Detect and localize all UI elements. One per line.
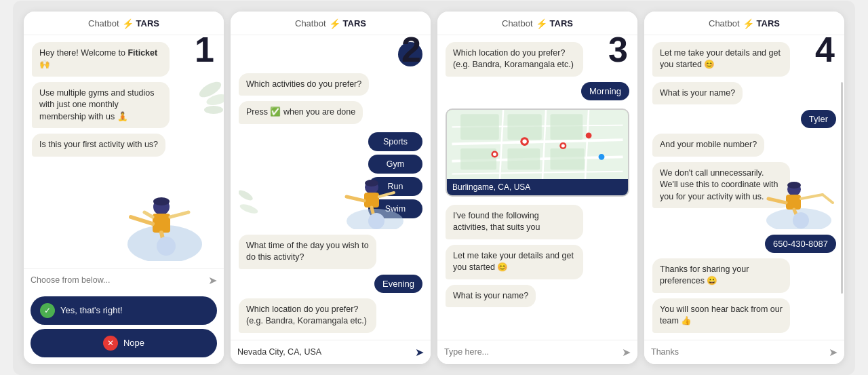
scrollbar: [841, 82, 843, 294]
brand-label-2: TARS: [343, 18, 366, 28]
bolt-icon: ⚡: [122, 18, 134, 29]
bubble-thanks-prefs: Thanks for sharing your preferences 😀: [652, 258, 790, 293]
chatbot-label-2: Chatbot: [295, 18, 326, 28]
panel-4-send-button[interactable]: ➤: [829, 346, 837, 359]
panel-3-send-button[interactable]: ➤: [622, 346, 631, 359]
bubble-activities: Which activities do you prefer?: [239, 73, 369, 96]
no-button[interactable]: ✕ Nope: [31, 329, 217, 357]
figure-illustration-1: [111, 186, 219, 261]
bolt-icon-3: ⚡: [536, 18, 547, 29]
chatbot-label: Chatbot: [88, 18, 119, 28]
panel-1-messages: Hey there! Welcome to Fiticket 🙌 Use mul…: [24, 35, 224, 268]
panel-3-input-area: ➤: [437, 340, 637, 364]
yes-label: Yes, that's right!: [60, 305, 123, 315]
panel-2: Chatbot ⚡ TARS 2 Which activities do you…: [231, 12, 431, 364]
svg-rect-30: [507, 114, 541, 140]
svg-point-46: [787, 182, 801, 189]
bolt-icon-4: ⚡: [743, 18, 754, 29]
panel-1-send-button[interactable]: ➤: [208, 274, 217, 287]
svg-rect-6: [153, 214, 170, 233]
svg-rect-15: [364, 193, 379, 208]
top-avatar-area: [239, 42, 422, 66]
no-label: Nope: [123, 338, 144, 348]
svg-point-42: [586, 132, 592, 138]
svg-point-19: [368, 213, 384, 229]
svg-point-39: [561, 144, 565, 147]
map-container: Burlingame, CA, USA: [446, 108, 629, 197]
panel-2-send-button[interactable]: ➤: [415, 346, 424, 359]
check-icon: ✓: [40, 303, 55, 318]
panel-2-header: Chatbot ⚡ TARS: [231, 12, 431, 35]
bubble-morning: Morning: [581, 82, 629, 100]
svg-point-41: [493, 153, 496, 156]
bolt-icon-2: ⚡: [329, 18, 340, 29]
svg-point-21: [239, 202, 259, 215]
chatbot-label-4: Chatbot: [709, 18, 740, 28]
svg-line-50: [801, 195, 823, 199]
bubble-press: Press ✅ when you are done: [239, 101, 363, 124]
panel-4-input-area: ➤: [644, 340, 844, 364]
option-gym[interactable]: Gym: [368, 155, 422, 174]
bubble-evening: Evening: [374, 275, 422, 293]
bubble-question: Is this your first activity with us?: [32, 134, 165, 157]
panel-3: Chatbot ⚡ TARS 3 Which location do you p…: [437, 12, 637, 364]
illustration-area-4: [652, 214, 836, 229]
illustration-area-2: [239, 226, 422, 229]
svg-point-0: [197, 79, 223, 100]
svg-point-1: [205, 92, 224, 107]
brand-label-4: TARS: [757, 18, 780, 28]
svg-line-18: [379, 193, 394, 197]
brand-label-3: TARS: [550, 18, 573, 28]
bubble-soon: You will soon hear back from our team 👍: [652, 298, 790, 333]
svg-point-20: [239, 188, 254, 202]
panel-2-input-area: ➤: [231, 340, 431, 364]
bubble-details-3: Let me take your details and get you sta…: [446, 245, 583, 279]
svg-line-10: [144, 212, 153, 217]
svg-rect-35: [550, 148, 584, 170]
bubble-found: I've found the following activities, tha…: [446, 205, 583, 239]
panel-2-messages: Which activities do you prefer? Press ✅ …: [231, 35, 431, 340]
panel-number-4: 4: [815, 32, 835, 67]
map-location-label: Burlingame, CA, USA: [447, 179, 628, 195]
svg-point-37: [522, 139, 526, 143]
svg-line-9: [170, 212, 189, 217]
svg-rect-47: [786, 195, 801, 210]
panel-1-input[interactable]: [31, 275, 204, 285]
phone-response-area: 650-430-8087: [652, 235, 836, 253]
svg-rect-33: [460, 148, 496, 170]
svg-point-11: [157, 237, 176, 256]
panel-4-messages: Let me take your details and get you sta…: [644, 35, 844, 340]
svg-line-16: [347, 197, 364, 201]
yes-button[interactable]: ✓ Yes, that's right!: [31, 296, 217, 325]
panel-4: Chatbot ⚡ TARS 4 Let me take your detail…: [644, 12, 844, 364]
panel-3-header: Chatbot ⚡ TARS: [437, 12, 637, 35]
panel-3-input[interactable]: [444, 347, 618, 357]
bubble-time: What time of the day you wish to do this…: [239, 235, 376, 269]
panel-number-3: 3: [608, 32, 628, 67]
panel-1-action-buttons: ✓ Yes, that's right! ✕ Nope: [24, 292, 224, 364]
svg-rect-34: [507, 148, 540, 170]
option-sports[interactable]: Sports: [368, 132, 422, 151]
chatbot-label-3: Chatbot: [502, 18, 533, 28]
svg-point-14: [365, 180, 378, 186]
panel-number-2: 2: [401, 32, 421, 67]
panel-1: Chatbot ⚡ TARS 1 Hey there! Welcome to F…: [24, 12, 224, 364]
panel-2-input[interactable]: [237, 347, 411, 357]
bubble-tyler: Tyler: [801, 110, 836, 128]
leaf-decoration-1: [170, 76, 224, 130]
morning-response-area: Morning: [446, 82, 629, 100]
figure-illustration-2: [334, 175, 416, 229]
panel-4-header: Chatbot ⚡ TARS: [644, 12, 844, 35]
illustration-area-1: [32, 162, 216, 261]
leaf-decoration-2: [239, 175, 279, 229]
svg-line-52: [823, 195, 833, 203]
panel-1-header: Chatbot ⚡ TARS: [24, 12, 224, 35]
no-icon: ✕: [103, 336, 118, 351]
bubble-phone: 650-430-8087: [765, 235, 836, 253]
figure-illustration-4: [755, 178, 843, 229]
tyler-response-area: Tyler: [652, 110, 836, 128]
bubble-location-3: Which location do you prefer? (e.g. Band…: [446, 42, 583, 77]
bubble-name-4: What is your name?: [652, 82, 743, 105]
panel-4-input[interactable]: [651, 347, 825, 357]
panel-number-1: 1: [195, 32, 214, 67]
